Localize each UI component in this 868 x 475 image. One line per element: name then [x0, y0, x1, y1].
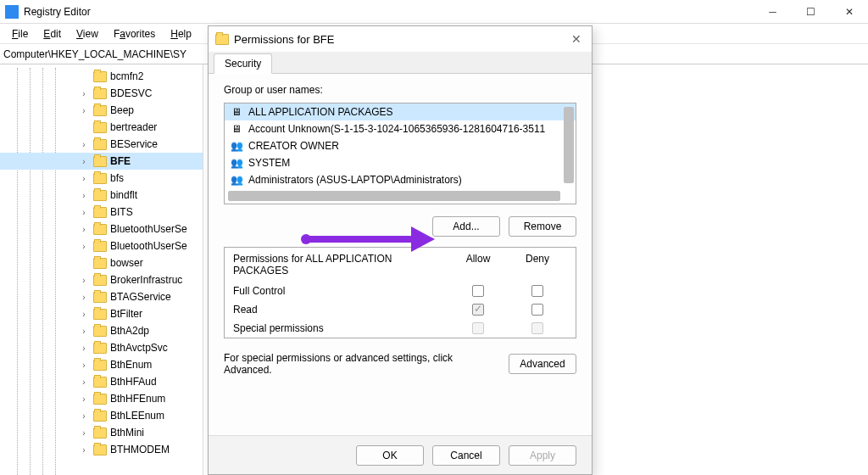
expand-icon[interactable]: › [80, 445, 88, 455]
tree-item[interactable]: ›BITS [0, 204, 203, 221]
tree-label: bindflt [110, 189, 137, 201]
folder-icon [93, 241, 107, 252]
user-item[interactable]: 🖥Account Unknown(S-1-15-3-1024-106536593… [225, 120, 576, 137]
tree-item[interactable]: ›Beep [0, 102, 203, 119]
tree-item[interactable]: ›BthAvctpSvc [0, 339, 203, 356]
tree-item[interactable]: ›BthHFEnum [0, 390, 203, 407]
tree-item[interactable]: ›BDESVC [0, 85, 203, 102]
expand-icon[interactable]: › [80, 377, 88, 387]
expand-icon[interactable]: › [80, 394, 88, 404]
tree-item[interactable]: ›BthLEEnum [0, 407, 203, 424]
tree-item[interactable]: ›bindflt [0, 187, 203, 204]
user-item[interactable]: 👥SYSTEM [225, 154, 576, 171]
user-label: CREATOR OWNER [248, 140, 339, 152]
expand-icon[interactable]: › [80, 157, 88, 166]
dialog-title: Permissions for BFE [234, 33, 334, 46]
tree-item[interactable]: ›BluetoothUserSe [0, 238, 203, 254]
folder-icon [93, 224, 107, 235]
tree-item[interactable]: ›bfs [0, 170, 203, 187]
tree-item[interactable]: ›BTHMODEM [0, 441, 203, 458]
expand-icon[interactable]: › [80, 242, 88, 251]
deny-checkbox[interactable] [531, 285, 543, 297]
allow-checkbox[interactable] [472, 322, 484, 334]
tree-item[interactable]: ›BrokerInfrastruc [0, 271, 203, 288]
window-title: Registry Editor [24, 6, 91, 18]
expand-icon[interactable]: › [80, 327, 88, 336]
folder-icon [93, 190, 107, 201]
folder-icon [93, 207, 107, 218]
permissions-dialog: Permissions for BFE ✕ Security Group or … [208, 25, 593, 475]
minimize-button[interactable]: ─ [754, 0, 792, 24]
user-item[interactable]: 👥CREATOR OWNER [225, 137, 576, 154]
tree-item[interactable]: ›BthEnum [0, 356, 203, 373]
users-listbox[interactable]: 🖥ALL APPLICATION PACKAGES🖥Account Unknow… [224, 103, 576, 204]
allow-checkbox[interactable] [472, 304, 484, 316]
menu-favorites[interactable]: Favorites [107, 25, 162, 42]
expand-icon[interactable]: › [80, 428, 88, 438]
tree-item[interactable]: bcmfn2 [0, 68, 203, 85]
folder-icon [93, 394, 107, 405]
scrollbar-thumb[interactable] [564, 107, 574, 183]
expand-icon[interactable]: › [80, 106, 88, 115]
expand-icon[interactable]: › [80, 225, 88, 234]
tree-item[interactable]: bertreader [0, 119, 203, 136]
folder-icon [93, 88, 107, 99]
folder-icon [93, 428, 107, 439]
expand-icon[interactable]: › [80, 293, 88, 302]
deny-checkbox[interactable] [531, 322, 543, 334]
menu-help[interactable]: Help [164, 25, 198, 42]
tree-item[interactable]: ›BtFilter [0, 305, 203, 322]
allow-checkbox[interactable] [472, 285, 484, 297]
user-icon: 👥 [230, 157, 243, 169]
folder-icon [93, 377, 107, 388]
ok-button[interactable]: OK [356, 445, 424, 466]
menu-edit[interactable]: Edit [36, 25, 68, 42]
menu-view[interactable]: View [70, 25, 105, 42]
tree-label: BthLEEnum [110, 410, 164, 422]
tree-label: BITS [110, 206, 133, 218]
advanced-button[interactable]: Advanced [509, 354, 576, 374]
expand-icon[interactable]: › [80, 89, 88, 98]
perm-name: Full Control [233, 285, 448, 297]
horizontal-scrollbar[interactable] [228, 191, 560, 201]
cancel-button[interactable]: Cancel [432, 445, 500, 466]
expand-icon[interactable]: › [80, 208, 88, 217]
expand-icon[interactable]: › [80, 360, 88, 370]
expand-icon[interactable]: › [80, 344, 88, 353]
expand-icon[interactable]: › [80, 140, 88, 149]
tree-item[interactable]: ›BluetoothUserSe [0, 221, 203, 238]
permission-row: Full Control [225, 282, 576, 300]
expand-icon[interactable]: › [80, 191, 88, 200]
tree-item[interactable]: ›BthMini [0, 424, 203, 441]
expand-icon[interactable]: › [80, 310, 88, 319]
maximize-button[interactable]: ☐ [792, 0, 830, 24]
user-item[interactable]: 🖥ALL APPLICATION PACKAGES [225, 103, 576, 120]
expand-icon[interactable]: › [80, 174, 88, 183]
user-item[interactable]: 👥Administrators (ASUS-LAPTOP\Administrat… [225, 171, 576, 188]
tree-item[interactable]: bowser [0, 254, 203, 271]
apply-button[interactable]: Apply [509, 445, 576, 466]
tree-item[interactable]: ›BTAGService [0, 288, 203, 305]
tab-security[interactable]: Security [214, 53, 272, 74]
tree-label: BFE [110, 155, 131, 167]
tree-item[interactable]: ›BthA2dp [0, 322, 203, 339]
tree-item[interactable]: ›BFE [0, 153, 203, 170]
folder-icon [93, 122, 107, 133]
remove-button[interactable]: Remove [509, 216, 576, 237]
tree-pane[interactable]: bcmfn2›BDESVC›Beepbertreader›BEService›B… [0, 64, 203, 475]
tree-label: BDESVC [110, 87, 152, 99]
group-label: Group or user names: [224, 84, 576, 96]
tree-item[interactable]: ›BEService [0, 136, 203, 153]
close-button[interactable]: ✕ [830, 0, 868, 24]
deny-checkbox[interactable] [531, 304, 543, 316]
add-button[interactable]: Add... [432, 216, 500, 237]
expand-icon[interactable]: › [80, 411, 88, 421]
folder-icon [93, 139, 107, 150]
folder-icon [93, 326, 107, 337]
address-text: Computer\HKEY_LOCAL_MACHINE\SY [3, 48, 186, 60]
menu-file[interactable]: File [5, 25, 35, 42]
tree-label: BthAvctpSvc [110, 342, 168, 354]
tree-item[interactable]: ›BthHFAud [0, 373, 203, 390]
expand-icon[interactable]: › [80, 276, 88, 285]
dialog-close-button[interactable]: ✕ [568, 31, 585, 48]
